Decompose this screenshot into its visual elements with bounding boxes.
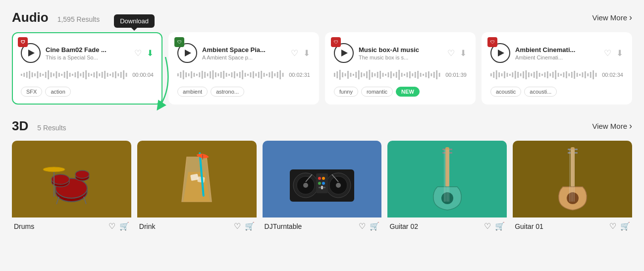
card2-download-button[interactable]: ⬇ [303,48,310,58]
guitar2-heart-button[interactable]: ♡ [484,221,491,231]
svg-rect-155 [585,71,586,78]
dj-name: DJTurntable [265,222,302,230]
svg-rect-140 [544,72,546,77]
svg-rect-94 [372,72,373,77]
svg-rect-138 [539,73,540,77]
three-d-view-more[interactable]: View More › [592,121,632,131]
card2-actions: ♡ ⬇ [291,48,310,58]
card4-waveform: 00:02:34 [490,68,623,82]
three-d-card-dj[interactable]: DJTurntable ♡ 🛒 [263,141,382,233]
svg-rect-192 [449,149,452,150]
guitar1-heart-button[interactable]: ♡ [609,221,616,231]
drums-cart-button[interactable]: 🛒 [119,221,129,231]
svg-rect-134 [528,72,530,77]
svg-rect-150 [571,72,573,78]
svg-rect-63 [239,72,241,78]
card1-tag-sfx[interactable]: SFX [21,87,42,97]
guitar2-cart-button[interactable]: 🛒 [495,221,505,231]
svg-rect-68 [253,71,254,78]
card3-heart-button[interactable]: ♡ [447,48,455,58]
drink-heart-button[interactable]: ♡ [234,221,241,231]
dj-actions: ♡ 🛒 [359,221,379,231]
svg-rect-141 [547,71,548,78]
svg-rect-65 [245,73,246,77]
svg-rect-133 [526,70,527,79]
svg-rect-22 [80,73,81,76]
svg-rect-106 [404,74,405,76]
guitar2-thumbnail [387,141,507,217]
svg-rect-125 [504,71,505,78]
audio-card-1: 🛡 Download Cine Bam02 Fade ... This is a… [12,32,162,105]
svg-rect-10 [48,70,49,79]
svg-rect-16 [64,72,65,78]
svg-rect-25 [88,73,90,77]
drink-actions: ♡ 🛒 [234,221,255,231]
svg-rect-153 [579,74,581,76]
dj-cart-button[interactable]: 🛒 [370,221,379,231]
dj-heart-button[interactable]: ♡ [359,221,366,231]
three-d-card-drink[interactable]: Drink ♡ 🛒 [137,141,257,233]
svg-rect-121 [493,72,494,78]
card1-download-button[interactable]: ⬇ [147,48,154,58]
svg-point-185 [322,182,325,185]
card4-tag-acousti[interactable]: acousti... [524,87,557,97]
svg-rect-75 [271,71,273,78]
svg-rect-62 [236,73,238,76]
svg-rect-37 [120,72,122,78]
three-d-card-guitar2[interactable]: Guitar 02 ♡ 🛒 [387,141,507,233]
guitar1-thumbnail [513,141,632,217]
card2-badge: 🛡 [174,37,184,47]
card2-tag-ambient[interactable]: ambient [177,87,208,97]
card1-title: Cine Bam02 Fade ... [46,46,129,54]
svg-rect-51 [207,73,209,76]
svg-rect-202 [575,149,578,150]
three-d-section-title: 3D [12,118,28,134]
play-icon [28,50,35,56]
svg-rect-1 [23,73,25,77]
svg-rect-103 [396,72,397,78]
card4-info: Ambient Cinemati... Ambient Cinemati... [515,46,599,60]
drink-label: Drink ♡ 🛒 [137,217,257,233]
card4-heart-button[interactable]: ♡ [604,48,611,58]
card1-tag-action[interactable]: action [45,87,70,97]
svg-rect-6 [37,71,39,78]
card4-download-button[interactable]: ⬇ [616,48,623,58]
card3-download-button[interactable]: ⬇ [460,48,467,58]
card2-top: Ambient Space Pia... A Ambient Space p..… [177,43,310,63]
drink-cart-button[interactable]: 🛒 [245,221,255,231]
svg-rect-158 [592,70,594,79]
svg-rect-9 [45,72,47,78]
card2-heart-button[interactable]: ♡ [291,48,298,58]
svg-rect-66 [247,74,249,76]
audio-view-more[interactable]: View More › [592,12,632,23]
svg-rect-49 [202,71,203,79]
three-d-card-guitar1[interactable]: Guitar 01 ♡ 🛒 [513,141,632,233]
card3-actions: ♡ ⬇ [447,48,467,58]
audio-card-4: 🛡 Ambient Cinemati... Ambient Cinemati..… [482,32,632,105]
svg-rect-32 [107,73,108,77]
guitar1-svg [553,145,592,214]
svg-rect-43 [185,72,187,77]
svg-rect-204 [575,152,578,154]
card3-tag-funny[interactable]: funny [334,87,358,97]
guitar2-label: Guitar 02 ♡ 🛒 [387,217,507,233]
svg-rect-57 [223,71,224,79]
card3-tag-romantic[interactable]: romantic [361,87,393,97]
three-d-card-drums[interactable]: Drums ♡ 🛒 [12,141,131,233]
svg-rect-93 [369,70,371,80]
svg-rect-7 [40,73,41,77]
card1-duration: 00:00:04 [132,72,154,78]
view-more-arrow-icon: › [629,12,632,23]
svg-rect-12 [53,73,54,76]
svg-rect-104 [398,70,400,80]
svg-rect-107 [407,72,408,77]
svg-rect-41 [180,72,181,78]
drums-heart-button[interactable]: ♡ [108,221,115,231]
guitar1-cart-button[interactable]: 🛒 [620,221,630,231]
card1-heart-button[interactable]: ♡ [134,48,142,58]
svg-rect-24 [85,70,87,79]
card2-tag-astrono[interactable]: astrono... [211,87,244,97]
card3-tag-new[interactable]: NEW [396,87,420,97]
three-d-section-count: 5 Results [37,124,66,132]
card4-tag-acoustic[interactable]: acoustic [490,87,521,97]
